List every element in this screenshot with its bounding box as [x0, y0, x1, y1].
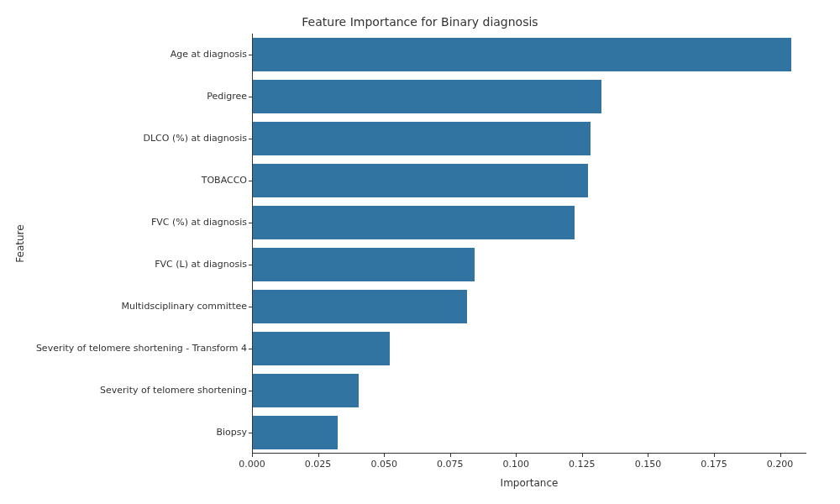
y-tick-label: Severity of telomere shortening — [100, 370, 247, 412]
y-tick — [249, 97, 252, 97]
bar — [253, 290, 467, 323]
x-tick — [780, 454, 781, 457]
y-tick-label: Severity of telomere shortening - Transf… — [36, 328, 247, 370]
x-tick-label: 0.150 — [635, 459, 662, 470]
y-tick-label: FVC (L) at diagnosis — [155, 244, 247, 286]
bar — [253, 80, 601, 113]
y-tick-label: Age at diagnosis — [171, 34, 247, 76]
bar-slot — [253, 244, 807, 286]
bar — [253, 122, 591, 155]
y-tick-label: TOBACCO — [202, 160, 247, 202]
bar-slot — [253, 286, 807, 328]
x-tick — [252, 454, 253, 457]
y-tick-labels: Age at diagnosisPedigreeDLCO (%) at diag… — [0, 34, 247, 454]
x-tick-label: 0.025 — [305, 459, 332, 470]
bar — [253, 374, 359, 407]
bar — [253, 206, 575, 239]
x-tick — [384, 454, 385, 457]
y-tick-label: DLCO (%) at diagnosis — [144, 118, 248, 160]
y-tick — [249, 391, 252, 391]
bar — [253, 248, 475, 281]
y-tick — [249, 433, 252, 433]
bar — [253, 332, 390, 365]
y-tick — [249, 139, 252, 139]
bar — [253, 38, 791, 71]
bars-group — [253, 34, 806, 453]
bar — [253, 164, 588, 197]
x-axis-label: Importance — [252, 477, 806, 489]
y-tick-label: Biopsy — [216, 412, 247, 454]
y-tick — [249, 223, 252, 223]
y-tick-label: Multidsciplinary committee — [122, 286, 247, 328]
figure: Feature Importance for Binary diagnosis … — [0, 0, 840, 504]
x-tick-label: 0.100 — [503, 459, 530, 470]
x-tick — [318, 454, 319, 457]
chart-title: Feature Importance for Binary diagnosis — [0, 15, 840, 29]
bar — [253, 416, 338, 449]
y-tick — [249, 55, 252, 55]
y-tick — [249, 307, 252, 307]
x-tick-label: 0.175 — [701, 459, 727, 470]
y-tick — [249, 265, 252, 265]
bar-slot — [253, 202, 807, 244]
x-tick — [582, 454, 583, 457]
y-tick-label: Pedigree — [207, 76, 247, 118]
bar-slot — [253, 160, 807, 202]
x-tick — [450, 454, 451, 457]
x-tick — [714, 454, 715, 457]
bar-slot — [253, 76, 807, 118]
bar-slot — [253, 370, 807, 412]
bar-slot — [253, 328, 807, 370]
y-tick — [249, 349, 252, 349]
y-tick — [249, 181, 252, 181]
plot-area — [252, 34, 806, 454]
x-tick-label: 0.200 — [767, 459, 794, 470]
bar-slot — [253, 412, 807, 454]
x-tick — [516, 454, 517, 457]
x-tick — [648, 454, 648, 457]
x-tick-label: 0.075 — [437, 459, 464, 470]
bar-slot — [253, 34, 807, 76]
x-tick-label: 0.125 — [569, 459, 596, 470]
bar-slot — [253, 118, 807, 160]
x-tick-label: 0.000 — [239, 459, 265, 470]
y-tick-label: FVC (%) at diagnosis — [151, 202, 247, 244]
x-tick-label: 0.050 — [370, 459, 397, 470]
